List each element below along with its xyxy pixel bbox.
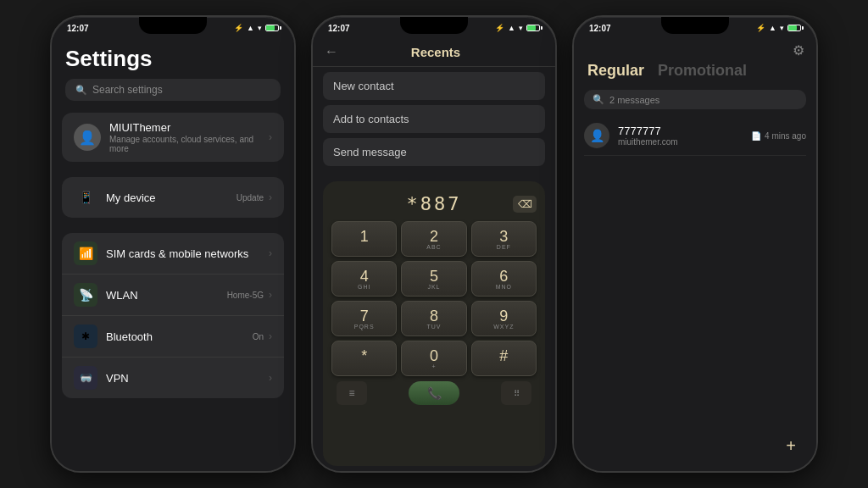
status-time-2: 12:07 xyxy=(328,24,350,33)
dial-key-5[interactable]: 5 JKL xyxy=(401,261,466,297)
message-search-text: 2 messages xyxy=(609,95,659,105)
send-message-label: Send message xyxy=(333,146,407,158)
dial-key-1[interactable]: 1 xyxy=(331,221,397,257)
message-info: 7777777 miuithemer.com xyxy=(618,125,751,147)
dial-key-8[interactable]: 8 TUV xyxy=(401,301,466,336)
recents-title: Recents xyxy=(345,45,526,59)
chevron-icon: › xyxy=(269,289,272,301)
status-time-1: 12:07 xyxy=(67,24,89,33)
call-icon: 📞 xyxy=(427,386,442,400)
dial-key-hash[interactable]: # xyxy=(471,341,537,376)
dial-key-num: 8 xyxy=(430,308,438,324)
dial-key-num: 7 xyxy=(360,308,369,324)
settings-gear-button[interactable]: ⚙ xyxy=(793,42,804,58)
status-icons-1: ⚡ ▲ ▾ xyxy=(234,24,279,32)
settings-title: Settings xyxy=(52,37,294,79)
search-placeholder: Search settings xyxy=(92,84,163,96)
account-sub: Manage accounts, cloud services, and mor… xyxy=(109,135,269,153)
dial-key-6[interactable]: 6 MNO xyxy=(471,261,537,297)
chevron-icon: › xyxy=(269,191,272,203)
chevron-icon: › xyxy=(269,247,272,259)
dial-key-num: 1 xyxy=(360,229,369,244)
dial-key-letters xyxy=(363,244,365,250)
dial-number: *887 xyxy=(407,193,462,214)
message-number: 7777777 xyxy=(618,125,751,137)
messages-header: ⚙ xyxy=(574,37,816,62)
recents-item-add-contacts[interactable]: Add to contacts xyxy=(323,105,545,133)
dial-key-num: 0 xyxy=(430,348,438,363)
battery-icon xyxy=(787,25,801,31)
dial-key-0[interactable]: 0 + xyxy=(401,341,466,376)
signal-icon: ▲ xyxy=(508,24,515,32)
phone-messages: 12:07 ⚡ ▲ ▾ ⚙ Regular Promotional 🔍 2 me… xyxy=(572,15,818,473)
dialpad-container: *887 ⌫ 1 2 ABC 3 DEF 4 xyxy=(323,181,545,466)
message-search-bar[interactable]: 🔍 2 messages xyxy=(584,90,806,109)
recents-header: ← Recents xyxy=(313,37,555,67)
tab-promotional[interactable]: Promotional xyxy=(658,62,747,83)
device-label: My device xyxy=(106,191,236,204)
compose-plus-icon: + xyxy=(786,436,796,456)
message-tabs: Regular Promotional xyxy=(574,62,816,83)
settings-row-sim[interactable]: 📶 SIM cards & mobile networks › xyxy=(62,233,284,274)
dial-grid-button[interactable]: ⠿ xyxy=(501,381,531,405)
dial-key-4[interactable]: 4 GHI xyxy=(331,261,397,297)
dial-key-letters xyxy=(503,363,505,369)
notch xyxy=(139,17,207,34)
tab-regular[interactable]: Regular xyxy=(587,62,644,83)
search-icon: 🔍 xyxy=(75,85,87,96)
settings-search-bar[interactable]: 🔍 Search settings xyxy=(65,79,281,101)
message-time: 4 mins ago xyxy=(765,131,806,141)
message-item[interactable]: 👤 7777777 miuithemer.com 📄 4 mins ago xyxy=(584,116,806,156)
chevron-icon: › xyxy=(269,330,272,342)
backspace-button[interactable]: ⌫ xyxy=(513,196,537,213)
dialer-screen: ← Recents New contact Add to contacts Se… xyxy=(313,37,555,471)
account-text: MIUIThemer Manage accounts, cloud servic… xyxy=(109,121,269,153)
recents-item-new-contact[interactable]: New contact xyxy=(323,72,545,100)
device-badge: Update xyxy=(236,193,264,202)
vpn-icon: 🥽 xyxy=(74,366,97,390)
wifi-icon: ▾ xyxy=(519,24,523,32)
message-list: 👤 7777777 miuithemer.com 📄 4 mins ago xyxy=(574,116,816,156)
settings-row-bluetooth[interactable]: ✱ Bluetooth On › xyxy=(62,316,284,358)
dial-key-7[interactable]: 7 PQRS xyxy=(331,301,397,336)
dial-key-num: 2 xyxy=(430,229,438,244)
bluetooth-icon: ⚡ xyxy=(756,24,765,32)
status-time-3: 12:07 xyxy=(589,24,611,33)
dial-key-num: # xyxy=(499,348,508,363)
dial-display: *887 ⌫ xyxy=(331,190,537,221)
phone-settings: 12:07 ⚡ ▲ ▾ Settings 🔍 Search settings 👤… xyxy=(50,15,296,473)
wlan-icon: 📡 xyxy=(74,283,97,307)
status-icons-3: ⚡ ▲ ▾ xyxy=(756,24,801,32)
settings-card-account: 👤 MIUIThemer Manage accounts, cloud serv… xyxy=(62,113,284,162)
dial-key-9[interactable]: 9 WXYZ xyxy=(471,301,537,336)
settings-row-vpn[interactable]: 🥽 VPN › xyxy=(62,358,284,398)
dial-call-button[interactable]: 📞 xyxy=(409,381,459,405)
battery-icon xyxy=(265,25,279,31)
dial-key-num: 9 xyxy=(499,308,508,324)
sim-text: SIM cards & mobile networks xyxy=(106,247,269,260)
search-icon: 🔍 xyxy=(593,94,604,105)
grid-icon: ⠿ xyxy=(514,389,520,398)
sim-label: SIM cards & mobile networks xyxy=(106,247,269,260)
dial-key-letters: + xyxy=(431,363,436,369)
account-label: MIUIThemer xyxy=(109,121,269,134)
new-contact-label: New contact xyxy=(333,80,394,92)
bluetooth-icon: ✱ xyxy=(74,324,97,348)
menu-icon: ≡ xyxy=(348,387,354,399)
recents-item-send-message[interactable]: Send message xyxy=(323,138,545,166)
battery-icon xyxy=(526,25,540,31)
message-meta: 📄 4 mins ago xyxy=(751,131,806,141)
dial-key-star[interactable]: * xyxy=(331,341,397,376)
back-arrow-button[interactable]: ← xyxy=(325,44,338,59)
settings-row-account[interactable]: 👤 MIUIThemer Manage accounts, cloud serv… xyxy=(62,113,284,162)
settings-row-wlan[interactable]: 📡 WLAN Home-5G › xyxy=(62,274,284,316)
settings-row-device[interactable]: 📱 My device Update › xyxy=(62,177,284,218)
notch xyxy=(400,17,468,34)
dial-key-3[interactable]: 3 DEF xyxy=(471,221,537,257)
dial-key-2[interactable]: 2 ABC xyxy=(401,221,466,257)
compose-button[interactable]: + xyxy=(779,434,803,458)
dial-menu-button[interactable]: ≡ xyxy=(337,381,367,405)
wifi-icon: ▾ xyxy=(780,24,784,32)
dial-key-num: 5 xyxy=(430,269,438,284)
dial-key-letters: JKL xyxy=(427,284,440,290)
